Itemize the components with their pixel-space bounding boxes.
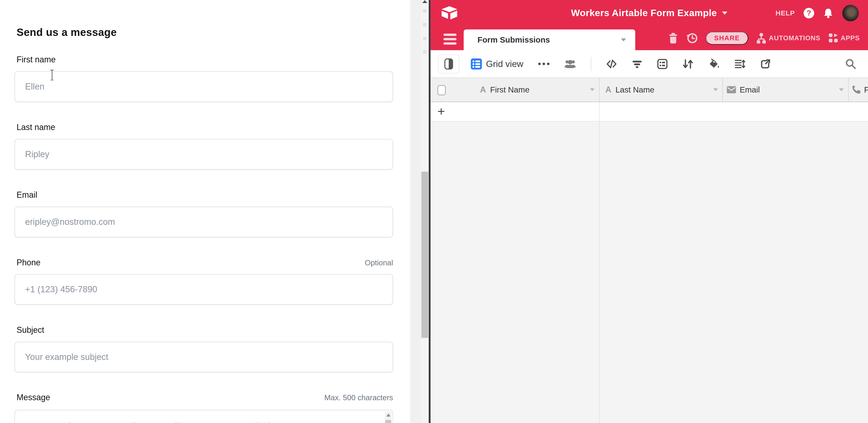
base-title: Workers Airtable Form Example [571, 8, 717, 19]
email-field-type-icon [727, 86, 736, 93]
help-button[interactable]: HELP [776, 9, 795, 17]
email-field[interactable] [14, 207, 393, 237]
hide-fields-icon[interactable] [606, 59, 617, 69]
subject-label: Subject [14, 325, 44, 335]
airtable-tabbar: Form Submissions [431, 26, 868, 50]
airtable-logo-icon[interactable] [441, 6, 458, 21]
column-header-last-name[interactable]: A Last Name [599, 78, 722, 101]
view-toolbar: Grid view [431, 50, 868, 78]
message-text: Tenetur optio quaerat expedita vero et i… [25, 420, 379, 423]
window-gutter [410, 0, 421, 423]
airtable-topbar: Workers Airtable Form Example HELP ? [431, 0, 868, 26]
message-textarea[interactable]: Tenetur optio quaerat expedita vero et i… [14, 410, 393, 423]
pane-divider [429, 0, 431, 423]
tab-form-submissions[interactable]: Form Submissions [464, 29, 635, 50]
hamburger-menu-icon[interactable] [443, 34, 457, 44]
tab-chevron-down-icon[interactable] [621, 38, 626, 41]
phone-label: Phone [14, 258, 40, 267]
column-label: Last Name [616, 85, 654, 94]
scrollbar-mark [423, 37, 426, 40]
column-header-first-name[interactable]: A First Name [431, 78, 599, 101]
scrollbar-mark [423, 23, 426, 27]
automations-label: AUTOMATIONS [769, 34, 820, 42]
message-label: Message [14, 393, 50, 402]
base-title-wrap[interactable]: Workers Airtable Form Example [571, 8, 727, 19]
search-icon[interactable] [844, 58, 858, 70]
last-name-label: Last name [14, 122, 55, 132]
apps-label: APPS [841, 34, 860, 42]
avatar[interactable] [842, 5, 859, 22]
column-chevron-down-icon[interactable] [590, 88, 594, 91]
view-options-ellipsis-icon[interactable] [538, 63, 550, 65]
grid-view-icon [471, 58, 482, 69]
column-header-phone[interactable]: P [849, 78, 868, 101]
notifications-bell-icon[interactable] [823, 7, 834, 19]
last-name-input[interactable] [14, 139, 393, 170]
column-header-email[interactable]: Email [723, 78, 848, 101]
column-label: First Name [490, 85, 529, 94]
page-scroll-thumb[interactable] [421, 172, 428, 338]
share-view-icon[interactable] [760, 59, 771, 69]
share-button[interactable]: SHARE [706, 32, 748, 44]
help-question-icon[interactable]: ? [804, 8, 814, 19]
page-scrollbar [421, 0, 429, 423]
view-sidebar-toggle-button[interactable] [438, 55, 459, 73]
textarea-scroll-thumb[interactable] [385, 420, 391, 423]
trash-icon[interactable] [668, 32, 678, 44]
column-label: P [864, 85, 868, 94]
color-bucket-icon[interactable] [708, 59, 720, 69]
column-chevron-down-icon[interactable] [839, 88, 844, 91]
scrollbar-mark [423, 50, 426, 54]
row-height-icon[interactable] [734, 59, 745, 69]
message-maxchars-note: Max. 500 characters [324, 393, 393, 402]
history-icon[interactable] [686, 32, 698, 44]
phone-optional-note: Optional [365, 259, 393, 267]
table-tab-label: Form Submissions [477, 35, 550, 44]
grid-empty-body [431, 122, 868, 423]
textarea-scrollbar[interactable] [385, 412, 392, 423]
automations-icon [756, 32, 767, 44]
grid-view-chip[interactable]: Grid view [471, 58, 524, 69]
email-label: Email [14, 190, 37, 200]
chevron-down-icon[interactable] [722, 11, 727, 15]
first-name-input[interactable] [14, 71, 393, 102]
airtable-pane: Workers Airtable Form Example HELP ? For… [431, 0, 868, 423]
scrollbar-up-icon[interactable] [422, 0, 427, 3]
share-label: SHARE [714, 34, 740, 42]
collaborators-icon[interactable] [564, 59, 576, 69]
apps-button[interactable]: APPS [828, 33, 860, 43]
automations-button[interactable]: AUTOMATIONS [756, 32, 820, 44]
apps-icon [828, 33, 838, 43]
add-record-plus-icon[interactable]: + [437, 104, 445, 119]
filter-icon[interactable] [632, 59, 642, 69]
grid-view-label: Grid view [486, 59, 524, 69]
text-cursor-ibeam [50, 69, 54, 81]
phone-field[interactable] [14, 274, 393, 305]
scrollbar-mark [423, 9, 426, 13]
grid-header-row: A First Name A Last Name Email [431, 78, 868, 102]
text-field-type-icon: A [606, 85, 611, 95]
column-chevron-down-icon[interactable] [713, 88, 718, 91]
subject-input[interactable] [14, 342, 393, 372]
scroll-up-icon[interactable] [386, 414, 391, 417]
text-field-type-icon: A [480, 85, 486, 95]
phone-field-type-icon [852, 85, 861, 94]
group-records-icon[interactable] [657, 58, 668, 69]
screenshot-root: Send us a message First name Last name E… [0, 0, 868, 423]
contact-form-pane: Send us a message First name Last name E… [0, 0, 410, 423]
toolbar-divider [591, 57, 591, 71]
first-name-label: First name [14, 55, 56, 64]
column-label: Email [740, 85, 760, 94]
page-title: Send us a message [17, 26, 117, 38]
add-record-row[interactable]: + [431, 102, 868, 122]
sort-icon[interactable] [682, 59, 693, 69]
